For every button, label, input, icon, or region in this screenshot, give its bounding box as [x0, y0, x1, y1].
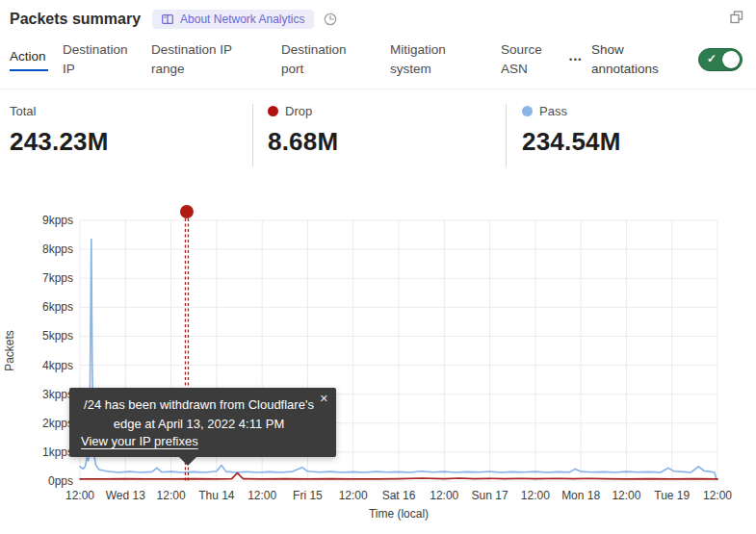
show-annotations-label: Show annotations: [591, 40, 674, 78]
popout-icon[interactable]: [729, 10, 744, 29]
stat-total: Total 243.23M: [10, 104, 252, 166]
annotation-tooltip: ✕ /24 has been withdrawn from Cloudflare…: [69, 388, 336, 457]
tab-mitigation-system[interactable]: Mitigation system: [390, 40, 462, 78]
x-tick-label: 12:00: [65, 489, 94, 502]
stat-drop-label: Drop: [285, 104, 312, 118]
stat-pass-label: Pass: [539, 104, 567, 118]
packets-time-series-chart[interactable]: 0pps1kpps2kpps3kpps4kpps5kpps6kpps7kpps8…: [0, 197, 756, 534]
dimension-tabs: Action Destination IP Destination IP ran…: [0, 40, 756, 89]
check-icon: ✓: [707, 52, 717, 65]
y-tick-label: 5kpps: [42, 329, 73, 343]
x-tick-label: 12:00: [248, 489, 276, 502]
x-tick-label: 12:00: [339, 489, 368, 502]
y-tick-label: 0pps: [48, 474, 73, 488]
tab-destination-port[interactable]: Destination port: [281, 40, 363, 78]
x-tick-label: 12:00: [157, 489, 186, 502]
x-tick-label: 12:00: [521, 489, 550, 502]
tab-destination-ip-range[interactable]: Destination IP range: [151, 40, 243, 78]
y-tick-label: 6kpps: [42, 300, 73, 314]
x-tick-label: Wed 13: [106, 489, 145, 502]
tooltip-close-icon[interactable]: ✕: [320, 393, 328, 405]
stat-total-label: Total: [10, 104, 36, 118]
stat-drop: Drop 8.68M: [252, 104, 506, 166]
x-axis-title: Time (local): [369, 507, 429, 521]
y-tick-label: 8kpps: [42, 242, 73, 256]
x-tick-label: Tue 19: [654, 489, 690, 502]
tab-source-asn[interactable]: Source ASN: [501, 40, 554, 78]
x-tick-label: Fri 15: [293, 489, 323, 502]
annotation-message: /24 has been withdrawn from Cloudflare's…: [81, 395, 325, 433]
view-ip-prefixes-link[interactable]: View your IP prefixes: [81, 434, 198, 448]
chart-area: 0pps1kpps2kpps3kpps4kpps5kpps6kpps7kpps8…: [0, 197, 756, 534]
packets-summary-panel: Packets summary About Network Analytics …: [0, 0, 756, 534]
tab-action[interactable]: Action: [10, 47, 48, 71]
x-tick-label: Sun 17: [472, 489, 508, 502]
x-tick-label: Mon 18: [561, 489, 600, 502]
more-tabs-button[interactable]: •••: [569, 55, 583, 64]
x-tick-label: 12:00: [430, 489, 458, 502]
tooltip-arrow: [179, 457, 196, 466]
stat-pass-value: 234.54M: [522, 127, 717, 157]
badge-label: About Network Analytics: [180, 13, 304, 26]
summary-stats: Total 243.23M Drop 8.68M Pass 234.54M: [10, 104, 756, 166]
stat-drop-value: 8.68M: [268, 127, 506, 157]
x-tick-label: Sat 16: [382, 489, 416, 502]
y-tick-label: 4kpps: [42, 359, 73, 372]
y-tick-label: 9kpps: [42, 214, 73, 227]
show-annotations-toggle[interactable]: ✓: [698, 48, 743, 71]
annotation-marker-dot[interactable]: [180, 205, 194, 218]
stat-pass: Pass 234.54M: [506, 104, 717, 166]
x-tick-label: 12:00: [703, 489, 732, 502]
y-axis-title: Packets: [3, 330, 16, 371]
x-tick-label: Thu 14: [198, 489, 235, 502]
drop-dot-icon: [268, 106, 278, 116]
time-period-icon[interactable]: [323, 12, 338, 27]
tab-destination-ip[interactable]: Destination IP: [63, 40, 135, 78]
book-icon: [161, 13, 174, 26]
stat-total-value: 243.23M: [10, 127, 252, 157]
x-tick-label: 12:00: [612, 489, 640, 502]
panel-header: Packets summary About Network Analytics: [0, 0, 756, 29]
pass-dot-icon: [522, 106, 533, 116]
toggle-knob: [722, 51, 740, 68]
page-title: Packets summary: [10, 11, 141, 28]
y-tick-label: 7kpps: [42, 271, 73, 285]
about-network-analytics-badge[interactable]: About Network Analytics: [152, 10, 313, 29]
